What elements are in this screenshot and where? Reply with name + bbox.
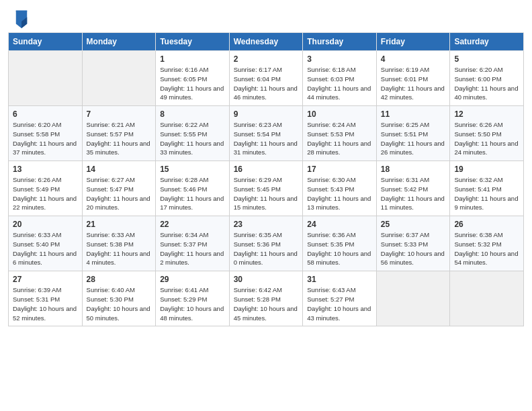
calendar-table: SundayMondayTuesdayWednesdayThursdayFrid… xyxy=(8,32,524,326)
day-number: 14 xyxy=(87,165,152,174)
day-info: Sunrise: 6:32 AM Sunset: 5:41 PM Dayligh… xyxy=(454,175,519,212)
day-cell: 1Sunrise: 6:16 AM Sunset: 6:05 PM Daylig… xyxy=(156,51,230,106)
day-info: Sunrise: 6:29 AM Sunset: 5:45 PM Dayligh… xyxy=(234,175,299,212)
week-row-0: 1Sunrise: 6:16 AM Sunset: 6:05 PM Daylig… xyxy=(9,51,524,106)
day-number: 16 xyxy=(234,165,299,174)
week-row-1: 6Sunrise: 6:20 AM Sunset: 5:58 PM Daylig… xyxy=(9,106,524,161)
day-info: Sunrise: 6:31 AM Sunset: 5:42 PM Dayligh… xyxy=(381,175,446,212)
day-cell: 16Sunrise: 6:29 AM Sunset: 5:45 PM Dayli… xyxy=(229,161,303,216)
day-header-saturday: Saturday xyxy=(450,33,524,51)
day-number: 13 xyxy=(13,165,78,174)
day-info: Sunrise: 6:25 AM Sunset: 5:51 PM Dayligh… xyxy=(381,120,446,157)
day-cell: 29Sunrise: 6:41 AM Sunset: 5:29 PM Dayli… xyxy=(156,271,230,326)
day-cell: 30Sunrise: 6:42 AM Sunset: 5:28 PM Dayli… xyxy=(229,271,303,326)
day-number: 31 xyxy=(307,275,372,284)
day-cell: 21Sunrise: 6:33 AM Sunset: 5:38 PM Dayli… xyxy=(82,216,156,271)
week-row-3: 20Sunrise: 6:33 AM Sunset: 5:40 PM Dayli… xyxy=(9,216,524,271)
day-info: Sunrise: 6:17 AM Sunset: 6:04 PM Dayligh… xyxy=(234,65,299,102)
day-number: 27 xyxy=(13,275,78,284)
day-cell: 24Sunrise: 6:36 AM Sunset: 5:35 PM Dayli… xyxy=(303,216,377,271)
day-number: 23 xyxy=(234,220,299,229)
day-cell xyxy=(376,271,450,326)
calendar-container: SundayMondayTuesdayWednesdayThursdayFrid… xyxy=(0,32,532,333)
day-info: Sunrise: 6:34 AM Sunset: 5:37 PM Dayligh… xyxy=(160,230,225,267)
day-info: Sunrise: 6:21 AM Sunset: 5:57 PM Dayligh… xyxy=(87,120,152,157)
day-header-wednesday: Wednesday xyxy=(229,33,303,51)
day-number: 11 xyxy=(381,109,446,119)
days-header-row: SundayMondayTuesdayWednesdayThursdayFrid… xyxy=(9,33,524,51)
logo xyxy=(13,9,32,28)
day-header-thursday: Thursday xyxy=(303,33,377,51)
day-cell: 14Sunrise: 6:27 AM Sunset: 5:47 PM Dayli… xyxy=(82,161,156,216)
day-info: Sunrise: 6:41 AM Sunset: 5:29 PM Dayligh… xyxy=(160,285,225,322)
day-info: Sunrise: 6:28 AM Sunset: 5:46 PM Dayligh… xyxy=(160,175,225,212)
day-info: Sunrise: 6:27 AM Sunset: 5:47 PM Dayligh… xyxy=(87,175,152,212)
day-number: 6 xyxy=(13,109,78,119)
day-info: Sunrise: 6:24 AM Sunset: 5:53 PM Dayligh… xyxy=(307,120,372,157)
day-number: 9 xyxy=(234,109,299,119)
day-cell: 17Sunrise: 6:30 AM Sunset: 5:43 PM Dayli… xyxy=(303,161,377,216)
day-info: Sunrise: 6:22 AM Sunset: 5:55 PM Dayligh… xyxy=(160,120,225,157)
day-info: Sunrise: 6:30 AM Sunset: 5:43 PM Dayligh… xyxy=(307,175,372,212)
day-number: 7 xyxy=(87,109,152,119)
day-info: Sunrise: 6:36 AM Sunset: 5:35 PM Dayligh… xyxy=(307,230,372,267)
logo-icon xyxy=(13,9,30,28)
day-number: 2 xyxy=(234,54,299,64)
day-cell: 7Sunrise: 6:21 AM Sunset: 5:57 PM Daylig… xyxy=(82,106,156,161)
day-cell: 20Sunrise: 6:33 AM Sunset: 5:40 PM Dayli… xyxy=(9,216,83,271)
day-number: 8 xyxy=(160,109,225,119)
day-header-monday: Monday xyxy=(82,33,156,51)
day-number: 20 xyxy=(13,220,78,229)
day-number: 29 xyxy=(160,275,225,284)
week-row-4: 27Sunrise: 6:39 AM Sunset: 5:31 PM Dayli… xyxy=(9,271,524,326)
day-info: Sunrise: 6:20 AM Sunset: 6:00 PM Dayligh… xyxy=(454,65,519,102)
day-cell: 13Sunrise: 6:26 AM Sunset: 5:49 PM Dayli… xyxy=(9,161,83,216)
day-info: Sunrise: 6:33 AM Sunset: 5:38 PM Dayligh… xyxy=(87,230,152,267)
day-cell xyxy=(9,51,83,106)
day-number: 15 xyxy=(160,165,225,174)
day-cell: 15Sunrise: 6:28 AM Sunset: 5:46 PM Dayli… xyxy=(156,161,230,216)
day-cell: 19Sunrise: 6:32 AM Sunset: 5:41 PM Dayli… xyxy=(450,161,524,216)
day-header-sunday: Sunday xyxy=(9,33,83,51)
day-number: 30 xyxy=(234,275,299,284)
day-number: 22 xyxy=(160,220,225,229)
day-info: Sunrise: 6:23 AM Sunset: 5:54 PM Dayligh… xyxy=(234,120,299,157)
day-cell: 12Sunrise: 6:26 AM Sunset: 5:50 PM Dayli… xyxy=(450,106,524,161)
day-number: 1 xyxy=(160,54,225,64)
day-info: Sunrise: 6:20 AM Sunset: 5:58 PM Dayligh… xyxy=(13,120,78,157)
day-cell: 27Sunrise: 6:39 AM Sunset: 5:31 PM Dayli… xyxy=(9,271,83,326)
day-cell: 26Sunrise: 6:38 AM Sunset: 5:32 PM Dayli… xyxy=(450,216,524,271)
day-number: 18 xyxy=(381,165,446,174)
day-number: 28 xyxy=(87,275,152,284)
day-cell xyxy=(450,271,524,326)
day-info: Sunrise: 6:26 AM Sunset: 5:50 PM Dayligh… xyxy=(454,120,519,157)
day-cell: 3Sunrise: 6:18 AM Sunset: 6:03 PM Daylig… xyxy=(303,51,377,106)
day-number: 10 xyxy=(307,109,372,119)
day-info: Sunrise: 6:43 AM Sunset: 5:27 PM Dayligh… xyxy=(307,285,372,322)
day-cell: 9Sunrise: 6:23 AM Sunset: 5:54 PM Daylig… xyxy=(229,106,303,161)
day-cell: 18Sunrise: 6:31 AM Sunset: 5:42 PM Dayli… xyxy=(376,161,450,216)
day-cell: 25Sunrise: 6:37 AM Sunset: 5:33 PM Dayli… xyxy=(376,216,450,271)
day-info: Sunrise: 6:16 AM Sunset: 6:05 PM Dayligh… xyxy=(160,65,225,102)
day-number: 19 xyxy=(454,165,519,174)
day-cell: 2Sunrise: 6:17 AM Sunset: 6:04 PM Daylig… xyxy=(229,51,303,106)
day-cell xyxy=(82,51,156,106)
day-header-tuesday: Tuesday xyxy=(156,33,230,51)
week-row-2: 13Sunrise: 6:26 AM Sunset: 5:49 PM Dayli… xyxy=(9,161,524,216)
day-info: Sunrise: 6:35 AM Sunset: 5:36 PM Dayligh… xyxy=(234,230,299,267)
day-info: Sunrise: 6:38 AM Sunset: 5:32 PM Dayligh… xyxy=(454,230,519,267)
day-info: Sunrise: 6:40 AM Sunset: 5:30 PM Dayligh… xyxy=(87,285,152,322)
day-cell: 31Sunrise: 6:43 AM Sunset: 5:27 PM Dayli… xyxy=(303,271,377,326)
day-number: 25 xyxy=(381,220,446,229)
day-cell: 8Sunrise: 6:22 AM Sunset: 5:55 PM Daylig… xyxy=(156,106,230,161)
day-cell: 23Sunrise: 6:35 AM Sunset: 5:36 PM Dayli… xyxy=(229,216,303,271)
day-number: 5 xyxy=(454,54,519,64)
day-info: Sunrise: 6:42 AM Sunset: 5:28 PM Dayligh… xyxy=(234,285,299,322)
day-number: 17 xyxy=(307,165,372,174)
day-cell: 10Sunrise: 6:24 AM Sunset: 5:53 PM Dayli… xyxy=(303,106,377,161)
day-cell: 22Sunrise: 6:34 AM Sunset: 5:37 PM Dayli… xyxy=(156,216,230,271)
day-number: 21 xyxy=(87,220,152,229)
day-info: Sunrise: 6:33 AM Sunset: 5:40 PM Dayligh… xyxy=(13,230,78,267)
day-info: Sunrise: 6:26 AM Sunset: 5:49 PM Dayligh… xyxy=(13,175,78,212)
page-wrapper: SundayMondayTuesdayWednesdayThursdayFrid… xyxy=(0,0,532,333)
